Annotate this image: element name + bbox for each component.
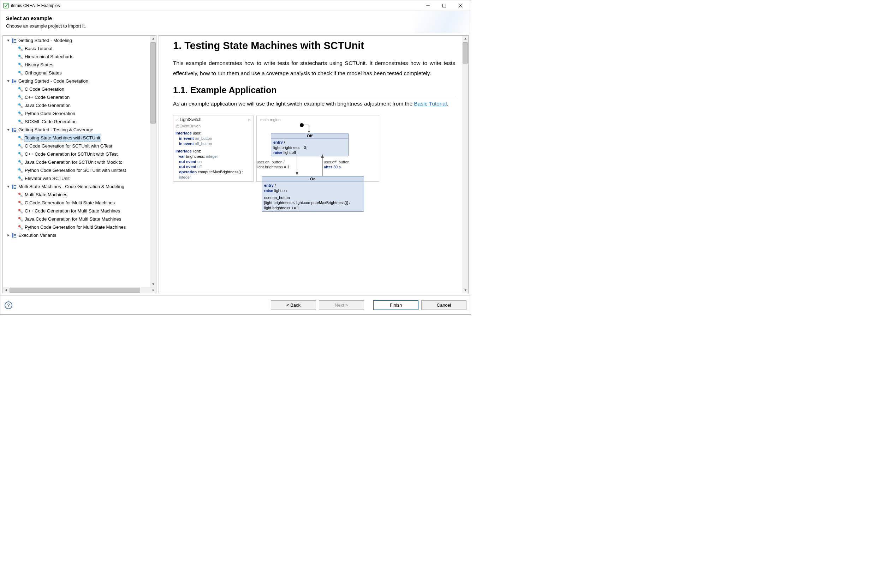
content-heading-1: 1. Testing State Machines with SCTUnit bbox=[173, 40, 455, 51]
svg-rect-15 bbox=[14, 80, 16, 81]
tree-item[interactable]: C++ Code Generation bbox=[3, 93, 156, 101]
tree-item[interactable]: Java Code Generation for Multi State Mac… bbox=[3, 215, 156, 223]
window-title: itemis CREATE Examples bbox=[11, 3, 60, 8]
tree-item-label: Orthogonal States bbox=[24, 69, 63, 77]
scroll-thumb[interactable] bbox=[463, 42, 468, 63]
transition-label-on: user.on_button / light.brightness = 1 bbox=[257, 160, 290, 170]
svg-rect-43 bbox=[21, 180, 23, 181]
tree-group[interactable]: Getting Started - Code Generation bbox=[3, 77, 156, 85]
chevron-right-icon[interactable] bbox=[6, 233, 11, 238]
tree-item-label: Java Code Generation bbox=[24, 101, 71, 110]
svg-rect-16 bbox=[14, 81, 16, 82]
example-icon bbox=[18, 159, 23, 165]
svg-rect-41 bbox=[21, 171, 23, 172]
scroll-left-arrow[interactable] bbox=[3, 287, 9, 293]
tree-item[interactable]: Elevator with SCTUnit bbox=[3, 174, 156, 183]
tree-item[interactable]: C++ Code Generation for SCTUnit with GTe… bbox=[3, 150, 156, 158]
state-off: Off entry / light.brightness = 0; raise … bbox=[271, 133, 348, 156]
tree-item[interactable]: C Code Generation bbox=[3, 85, 156, 93]
scroll-down-arrow[interactable] bbox=[462, 287, 468, 293]
chevron-down-icon[interactable] bbox=[6, 38, 11, 43]
tree-group[interactable]: Execution Variants bbox=[3, 231, 156, 239]
svg-rect-21 bbox=[21, 99, 23, 99]
svg-rect-28 bbox=[12, 128, 14, 132]
tree-item-label: C Code Generation for SCTUnit with GTest bbox=[24, 142, 113, 150]
svg-rect-9 bbox=[21, 58, 23, 59]
close-button[interactable] bbox=[452, 0, 469, 11]
svg-rect-53 bbox=[21, 212, 23, 213]
tree-item[interactable]: Multi State Machines bbox=[3, 190, 156, 199]
content-vertical-scrollbar[interactable] bbox=[462, 36, 468, 293]
description-content: 1. Testing State Machines with SCTUnit T… bbox=[159, 36, 462, 293]
tree-item-label: History States bbox=[24, 61, 54, 69]
tree-group[interactable]: Getting Started - Testing & Coverage bbox=[3, 126, 156, 134]
svg-rect-51 bbox=[21, 204, 23, 205]
tree-item[interactable]: Hierarchical Statecharts bbox=[3, 52, 156, 61]
tree-item-label: Testing State Machines with SCTUnit bbox=[24, 134, 101, 142]
tree-item[interactable]: Python Code Generation for Multi State M… bbox=[3, 223, 156, 231]
banner-decoration bbox=[414, 11, 471, 33]
svg-rect-58 bbox=[12, 233, 14, 237]
example-icon bbox=[18, 143, 23, 149]
tree-horizontal-scrollbar[interactable] bbox=[3, 287, 156, 293]
minimize-button[interactable] bbox=[420, 0, 436, 11]
example-icon bbox=[18, 200, 23, 206]
example-icon bbox=[18, 103, 23, 108]
tree-item-label: Basic Tutorial bbox=[24, 45, 53, 52]
svg-rect-25 bbox=[21, 115, 23, 116]
state-on: On entry / raise light.on user.on_button… bbox=[262, 176, 364, 212]
finish-button[interactable]: Finish bbox=[373, 300, 419, 310]
example-tree[interactable]: Getting Started - ModelingBasic Tutorial… bbox=[3, 36, 156, 240]
svg-rect-4 bbox=[14, 40, 16, 41]
chevron-down-icon[interactable] bbox=[6, 79, 11, 84]
tree-item[interactable]: Java Code Generation bbox=[3, 101, 156, 110]
tree-item-label: SCXML Code Generation bbox=[24, 117, 77, 126]
scroll-down-arrow[interactable] bbox=[150, 281, 156, 287]
svg-rect-35 bbox=[21, 147, 23, 148]
tree-item[interactable]: Basic Tutorial bbox=[3, 45, 156, 52]
tree-item[interactable]: Python Code Generation for SCTUnit with … bbox=[3, 166, 156, 174]
svg-rect-45 bbox=[14, 185, 16, 186]
tree-item[interactable]: History States bbox=[3, 61, 156, 69]
back-button[interactable]: < Back bbox=[271, 300, 316, 310]
tree-item[interactable]: C Code Generation for SCTUnit with GTest bbox=[3, 142, 156, 150]
scroll-thumb[interactable] bbox=[150, 42, 156, 123]
next-button[interactable]: Next > bbox=[319, 300, 364, 310]
statechart-region: main region Off entry / light.brightness… bbox=[256, 115, 379, 182]
tree-item-label: C++ Code Generation bbox=[24, 93, 70, 101]
help-icon[interactable]: ? bbox=[5, 302, 12, 309]
tree-group[interactable]: Multi State Machines - Code Generation &… bbox=[3, 183, 156, 190]
tree-item[interactable]: Java Code Generation for SCTUnit with Mo… bbox=[3, 158, 156, 166]
tree-vertical-scrollbar[interactable] bbox=[150, 36, 156, 287]
tree-item[interactable]: Testing State Machines with SCTUnit bbox=[3, 134, 156, 142]
svg-rect-19 bbox=[21, 90, 23, 92]
example-icon bbox=[18, 94, 23, 100]
svg-rect-11 bbox=[21, 66, 23, 67]
scroll-right-arrow[interactable] bbox=[150, 287, 156, 293]
svg-rect-31 bbox=[14, 131, 16, 132]
tree-item-label: Python Code Generation bbox=[24, 110, 76, 117]
example-icon bbox=[18, 192, 23, 198]
svg-rect-1 bbox=[443, 4, 446, 7]
chevron-down-icon[interactable] bbox=[6, 128, 11, 132]
tree-group[interactable]: Getting Started - Modeling bbox=[3, 36, 156, 45]
basic-tutorial-link[interactable]: Basic Tutorial bbox=[414, 100, 447, 106]
scroll-thumb[interactable] bbox=[9, 288, 140, 293]
chevron-down-icon[interactable] bbox=[6, 184, 11, 189]
wizard-footer: ? < Back Next > Finish Cancel bbox=[0, 296, 471, 315]
category-icon bbox=[11, 232, 17, 238]
scroll-up-arrow[interactable] bbox=[150, 36, 156, 42]
cancel-button[interactable]: Cancel bbox=[421, 300, 467, 310]
maximize-button[interactable] bbox=[436, 0, 452, 11]
svg-rect-49 bbox=[21, 196, 23, 197]
scroll-up-arrow[interactable] bbox=[462, 36, 468, 42]
svg-rect-33 bbox=[21, 139, 23, 140]
category-icon bbox=[11, 127, 17, 133]
tree-item[interactable]: C Code Generation for Multi State Machin… bbox=[3, 199, 156, 207]
example-icon bbox=[18, 135, 23, 141]
tree-item[interactable]: C++ Code Generation for Multi State Mach… bbox=[3, 207, 156, 215]
tree-item-label: C Code Generation bbox=[24, 85, 65, 93]
tree-item[interactable]: Python Code Generation bbox=[3, 110, 156, 117]
tree-item[interactable]: Orthogonal States bbox=[3, 69, 156, 77]
tree-item[interactable]: SCXML Code Generation bbox=[3, 117, 156, 126]
